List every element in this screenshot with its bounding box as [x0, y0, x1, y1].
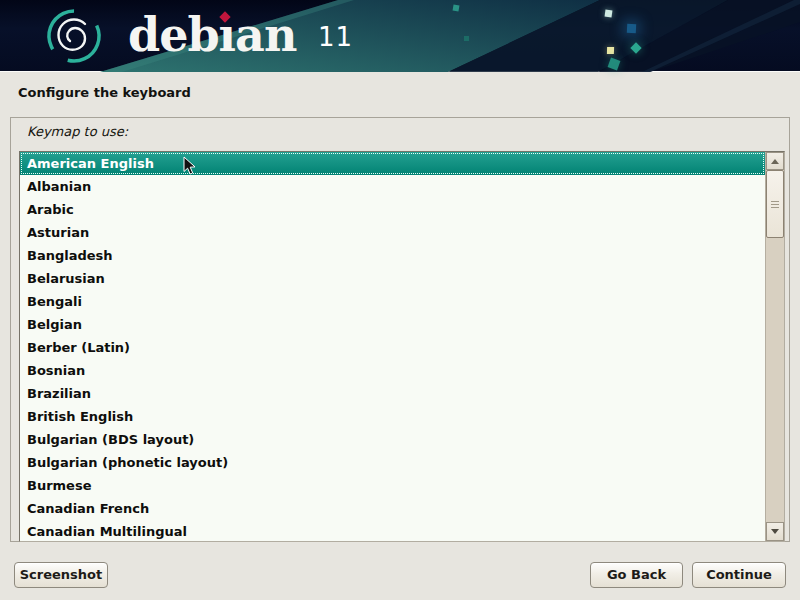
debian-logo-icon: [44, 6, 106, 66]
chevron-down-icon: [771, 529, 779, 534]
list-item[interactable]: American English: [20, 152, 765, 175]
list-item[interactable]: Belgian: [20, 313, 765, 336]
decor-square: [607, 47, 614, 54]
scroll-down-button[interactable]: [766, 522, 784, 541]
list-item[interactable]: Arabic: [20, 198, 765, 221]
version-label: 11: [318, 22, 353, 52]
screenshot-button[interactable]: Screenshot: [14, 562, 108, 588]
decor-square: [605, 10, 613, 18]
keymap-frame-label: Keymap to use:: [27, 124, 128, 139]
list-item[interactable]: Belarusian: [20, 267, 765, 290]
list-item[interactable]: Bosnian: [20, 359, 765, 382]
list-item[interactable]: Albanian: [20, 175, 765, 198]
banner: debıan 11: [0, 0, 800, 72]
banner-artwork: [0, 0, 800, 72]
list-item[interactable]: Burmese: [20, 474, 765, 497]
list-item[interactable]: British English: [20, 405, 765, 428]
list-item[interactable]: Bulgarian (phonetic layout): [20, 451, 765, 474]
page-title: Configure the keyboard: [18, 85, 191, 100]
chevron-up-icon: [771, 159, 779, 164]
list-item[interactable]: Bengali: [20, 290, 765, 313]
scroll-up-button[interactable]: [766, 152, 784, 170]
list-item[interactable]: Bangladesh: [20, 244, 765, 267]
continue-button[interactable]: Continue: [692, 562, 786, 588]
decor-square: [453, 5, 460, 12]
keymap-frame: Keymap to use: American EnglishAlbanianA…: [10, 117, 790, 542]
keymap-listbox[interactable]: American EnglishAlbanianArabicAsturianBa…: [19, 151, 785, 542]
debian-wordmark: debıan: [128, 10, 296, 62]
list-item[interactable]: Brazilian: [20, 382, 765, 405]
decor-square: [464, 36, 469, 41]
mouse-cursor-icon: [183, 156, 197, 176]
scrollbar[interactable]: [765, 152, 784, 541]
list-item[interactable]: Canadian French: [20, 497, 765, 520]
list-item[interactable]: Asturian: [20, 221, 765, 244]
scrollbar-grip-icon: [771, 201, 779, 209]
scrollbar-thumb[interactable]: [766, 170, 784, 238]
decor-square: [627, 24, 636, 33]
list-item[interactable]: Berber (Latin): [20, 336, 765, 359]
go-back-button[interactable]: Go Back: [590, 562, 683, 588]
list-item[interactable]: Bulgarian (BDS layout): [20, 428, 765, 451]
keymap-list: American EnglishAlbanianArabicAsturianBa…: [20, 152, 765, 541]
list-item[interactable]: Canadian Multilingual: [20, 520, 765, 541]
installer-window: debıan 11 Configure the keyboard Keymap …: [0, 0, 800, 600]
